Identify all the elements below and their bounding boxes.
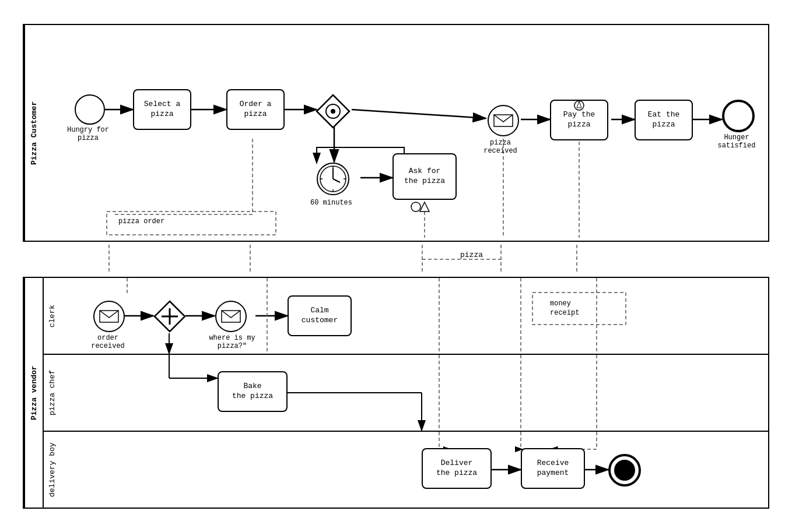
svg-point-80 (614, 460, 635, 481)
inter-pool-area: pizza (23, 242, 769, 277)
chef-svg (60, 355, 769, 431)
svg-text:receipt: receipt (550, 309, 579, 317)
timer-event (316, 161, 351, 199)
task-eat-pizza[interactable]: Eat the pizza (635, 100, 693, 140)
svg-point-28 (411, 202, 420, 212)
svg-point-34 (723, 101, 754, 131)
task-ask-pizza[interactable]: Ask for the pizza (393, 153, 457, 200)
chef-content: Bake the pizza (60, 355, 768, 431)
start-event-hungry (75, 94, 105, 125)
task-calm-customer[interactable]: Calm customer (288, 295, 352, 336)
delivery-content: Deliver the pizza Receive payment (60, 432, 768, 508)
pool-customer-label: Pizza Customer (24, 25, 43, 241)
label-pizza-order: pizza order (118, 217, 164, 226)
event-order-received (93, 300, 125, 335)
diagram-container: Pizza Customer (23, 24, 769, 509)
svg-marker-29 (420, 202, 429, 212)
gateway-plus (153, 300, 186, 335)
label-pizza-received: pizza received (480, 139, 521, 155)
lane-chef-label: pizza chef (43, 355, 60, 431)
ask-pizza-boundary-symbols (410, 201, 439, 215)
delivery-svg (60, 432, 769, 508)
pool-vendor-label-text: Pizza vendor (30, 365, 38, 420)
label-where-pizza: where is my pizza?" (206, 334, 258, 350)
lane-chef: pizza chef (43, 355, 768, 432)
pool-label-text: Pizza Customer (30, 101, 38, 164)
inter-pool-svg: pizza (23, 242, 769, 277)
task-receive-payment[interactable]: Receive payment (521, 448, 585, 489)
label-hunger-satisfied: Hunger satisfied (713, 133, 760, 150)
svg-rect-50 (532, 293, 626, 325)
pool-vendor: Pizza vendor clerk (23, 277, 769, 509)
pool-customer: Pizza Customer (23, 24, 769, 242)
lane-delivery: delivery boy (43, 432, 768, 508)
svg-text:pizza: pizza (460, 251, 483, 259)
task-deliver-pizza[interactable]: Deliver the pizza (422, 448, 492, 489)
lane-delivery-label: delivery boy (43, 432, 60, 508)
label-order-received: order received (85, 334, 131, 350)
pay-pizza-boundary (573, 100, 585, 114)
svg-point-19 (331, 109, 335, 114)
event-pizza-received (487, 104, 520, 139)
clerk-content: money receipt (60, 278, 768, 354)
gateway-parallel (316, 94, 351, 129)
end-event-hunger (722, 100, 755, 135)
lane-clerk-label: clerk (43, 278, 60, 354)
end-event-delivery (608, 454, 641, 489)
task-order-pizza[interactable]: Order a pizza (226, 89, 285, 130)
task-select-pizza[interactable]: Select a pizza (133, 89, 191, 130)
svg-line-3 (352, 110, 486, 118)
lane-clerk: clerk (43, 278, 768, 355)
svg-text:money: money (550, 300, 571, 308)
customer-lane-content: Hungry for pizza Select a pizza Order a … (43, 25, 768, 241)
label-hungry: Hungry for pizza (65, 126, 111, 142)
label-60min: 60 minutes (308, 199, 355, 207)
pool-vendor-label: Pizza vendor (24, 278, 43, 508)
event-where-pizza (215, 300, 247, 335)
task-bake-pizza[interactable]: Bake the pizza (218, 371, 288, 412)
